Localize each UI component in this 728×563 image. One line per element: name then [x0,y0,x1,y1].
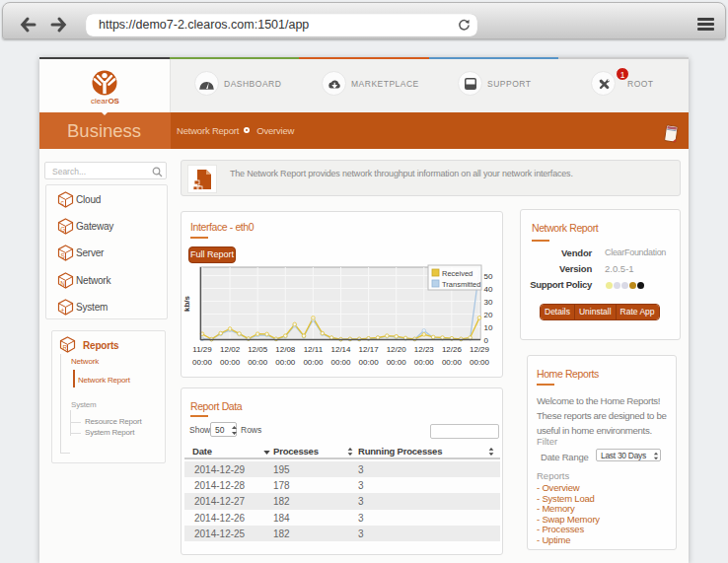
svg-text:R: R [62,344,67,351]
svg-text:00:00: 00:00 [442,358,463,367]
svg-text:00:00: 00:00 [192,358,213,367]
svg-text:12/11: 12/11 [304,345,324,354]
svg-text:0: 0 [484,336,489,345]
svg-text:12/05: 12/05 [248,345,268,354]
svg-text:00:00: 00:00 [220,358,241,367]
svg-text:12/20: 12/20 [387,345,407,354]
svg-text:00:00: 00:00 [330,358,351,367]
svg-text:00:00: 00:00 [275,358,296,367]
svg-text:00:00: 00:00 [414,358,435,367]
svg-text:12/17: 12/17 [359,345,380,354]
svg-text:12/14: 12/14 [330,345,351,354]
svg-text:00:00: 00:00 [387,358,407,367]
svg-text:30: 30 [484,298,493,307]
svg-text:10: 10 [484,323,493,332]
svg-text:G: G [60,226,65,233]
svg-text:12/02: 12/02 [220,345,241,354]
svg-text:00:00: 00:00 [470,358,490,367]
svg-text:Received: Received [442,269,473,278]
svg-text:N: N [60,280,65,287]
svg-text:12/26: 12/26 [442,345,463,354]
svg-text:20: 20 [484,311,493,319]
svg-text:S: S [60,252,65,259]
svg-text:00:00: 00:00 [359,358,380,367]
svg-text:+: + [60,307,64,314]
svg-text:40: 40 [484,285,493,294]
svg-text:00:00: 00:00 [248,358,268,367]
svg-text:12/29: 12/29 [470,345,490,354]
svg-text:00:00: 00:00 [303,358,324,367]
svg-text:11/29: 11/29 [192,345,212,354]
svg-text:12/23: 12/23 [414,345,435,354]
svg-text:50: 50 [484,272,493,281]
svg-text:Transmitted: Transmitted [442,280,480,289]
svg-text:kb/s: kb/s [182,295,191,312]
svg-text:12/08: 12/08 [275,345,296,354]
